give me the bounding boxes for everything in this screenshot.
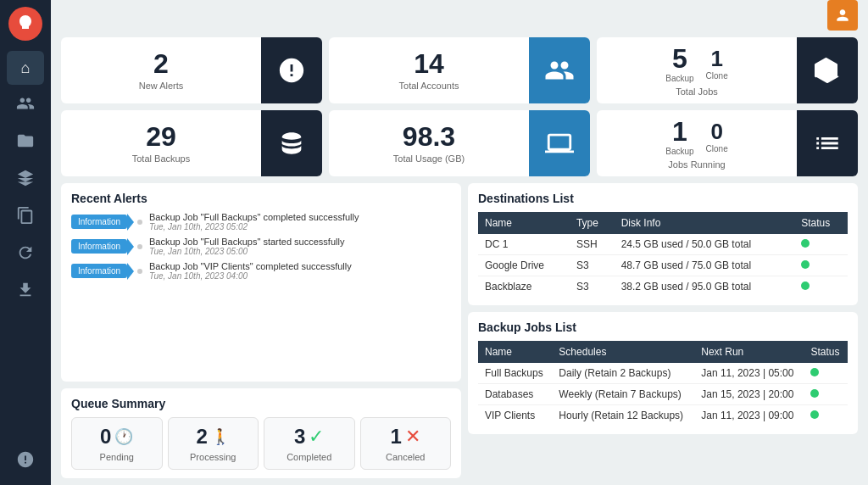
- stats-row-1: 2 New Alerts 14 Total Accounts: [61, 37, 858, 103]
- alert-badge-0: Information: [71, 215, 127, 229]
- total-jobs-clone-col: 1 Clone: [701, 47, 733, 81]
- total-usage-icon: [529, 110, 590, 176]
- sidebar-item-files[interactable]: [7, 125, 44, 159]
- total-jobs-icon: [797, 37, 858, 103]
- jobs-col-status: Status: [804, 341, 848, 363]
- dest-status-0: [794, 234, 848, 255]
- destinations-header-row: Name Type Disk Info Status: [478, 212, 848, 234]
- copy-icon: [16, 206, 35, 229]
- queue-canceled: 1 ✕ Canceled: [360, 417, 452, 470]
- alert-text-0: Backup Job "Full Backups" completed succ…: [149, 212, 359, 222]
- queue-pending-label: Pending: [100, 452, 134, 462]
- jobs-col-nextrun: Next Run: [694, 341, 804, 363]
- download-icon: [16, 281, 35, 304]
- job-schedule-2: Hourly (Retain 12 Backups): [552, 405, 694, 426]
- sidebar-item-refresh[interactable]: [7, 237, 44, 271]
- home-icon: ⌂: [21, 59, 31, 77]
- recent-alerts-title: Recent Alerts: [71, 192, 451, 205]
- queue-pending-number: 0: [100, 425, 111, 449]
- destinations-col-name: Name: [478, 212, 570, 234]
- queue-canceled-number: 1: [391, 425, 402, 449]
- dest-name-2: Backblaze: [478, 276, 570, 298]
- alert-time-1: Tue, Jan 10th, 2023 05:00: [149, 247, 344, 256]
- alert-dot-0: [137, 220, 142, 225]
- jobs-running-backup-col: 1 Backup: [660, 118, 698, 156]
- queue-processing: 2 🚶 Processing: [168, 417, 259, 470]
- job-nextrun-1: Jan 15, 2023 | 20:00: [694, 384, 804, 405]
- total-accounts-text: 14 Total Accounts: [329, 43, 529, 98]
- backup-jobs-row-1: Databases Weekly (Retain 7 Backups) Jan …: [478, 384, 848, 405]
- alert-content-1: Backup Job "Full Backups" started succes…: [149, 237, 344, 256]
- total-usage-label: Total Usage (GB): [393, 153, 465, 164]
- dest-type-2: S3: [570, 276, 615, 298]
- total-backups-icon: [261, 110, 322, 176]
- sidebar-item-home[interactable]: ⌂: [7, 51, 44, 85]
- job-status-0: [804, 363, 848, 384]
- sidebar-item-users[interactable]: [7, 88, 44, 122]
- backup-jobs-title: Backup Jobs List: [478, 321, 848, 334]
- sidebar: ⌂: [0, 0, 51, 485]
- backup-jobs-table: Name Schedules Next Run Status Full Back…: [478, 341, 848, 426]
- total-usage-card: 98.3 Total Usage (GB): [329, 110, 590, 176]
- total-accounts-icon: [529, 37, 590, 103]
- queue-pending: 0 🕐 Pending: [71, 417, 163, 470]
- job-status-1: [804, 384, 848, 405]
- jobs-col-schedules: Schedules: [552, 341, 694, 363]
- destinations-row-1: Google Drive S3 48.7 GB used / 75.0 GB t…: [478, 255, 848, 276]
- alert-text-2: Backup Job "VIP Clients" completed succe…: [149, 261, 352, 271]
- alert-item-2: Information Backup Job "VIP Clients" com…: [71, 261, 451, 281]
- dest-type-0: SSH: [570, 234, 615, 255]
- total-jobs-clone-label: Clone: [706, 71, 728, 81]
- dest-name-1: Google Drive: [478, 255, 570, 276]
- status-dot-0: [801, 239, 810, 248]
- dest-name-0: DC 1: [478, 234, 570, 255]
- job-schedule-0: Daily (Retain 2 Backups): [552, 363, 694, 384]
- dest-status-2: [794, 276, 848, 298]
- queue-summary-card: Queue Summary 0 🕐 Pending 2: [61, 388, 461, 478]
- queue-completed-label: Completed: [287, 452, 331, 462]
- backup-jobs-header-row: Name Schedules Next Run Status: [478, 341, 848, 363]
- sidebar-item-copy[interactable]: [7, 200, 44, 234]
- alert-item-1: Information Backup Job "Full Backups" st…: [71, 237, 451, 256]
- alert-content-2: Backup Job "VIP Clients" completed succe…: [149, 261, 352, 281]
- backup-jobs-card: Backup Jobs List Name Schedules Next Run…: [468, 312, 858, 434]
- total-backups-label: Total Backups: [132, 153, 190, 164]
- queue-completed: 3 ✓ Completed: [264, 417, 355, 470]
- job-status-dot-0: [810, 368, 819, 376]
- queue-processing-label: Processing: [190, 452, 236, 462]
- sidebar-item-boxes[interactable]: [7, 163, 44, 197]
- queue-summary-title: Queue Summary: [71, 397, 451, 410]
- total-accounts-label: Total Accounts: [399, 81, 459, 91]
- x-icon: ✕: [405, 426, 420, 448]
- total-jobs-label: Total Jobs: [676, 86, 718, 97]
- total-accounts-card: 14 Total Accounts: [329, 37, 590, 103]
- total-jobs-backup-number: 5: [672, 45, 687, 72]
- alert-badge-1: Information: [71, 239, 127, 254]
- sidebar-item-download[interactable]: [7, 275, 44, 309]
- alert-time-0: Tue, Jan 10th, 2023 05:02: [149, 222, 359, 231]
- right-panel: Destinations List Name Type Disk Info St…: [468, 183, 858, 478]
- folder-icon: [16, 131, 35, 154]
- backup-jobs-row-2: VIP Clients Hourly (Retain 12 Backups) J…: [478, 405, 848, 426]
- alert-time-2: Tue, Jan 10th, 2023 04:00: [149, 271, 352, 281]
- destinations-card: Destinations List Name Type Disk Info St…: [468, 183, 858, 305]
- sidebar-logo[interactable]: [8, 7, 42, 41]
- jobs-running-text: 1 Backup 0 Clone Jobs Running: [597, 111, 797, 176]
- queue-processing-number: 2: [197, 425, 208, 449]
- sidebar-item-alerts[interactable]: [7, 444, 44, 478]
- stats-row-2: 29 Total Backups 98.3 Total Usage (GB): [61, 110, 858, 176]
- job-name-0: Full Backups: [478, 363, 552, 384]
- running-icon: 🚶: [211, 427, 230, 446]
- job-status-dot-2: [810, 410, 819, 419]
- backup-jobs-row-0: Full Backups Daily (Retain 2 Backups) Ja…: [478, 363, 848, 384]
- queue-completed-top: 3 ✓: [294, 425, 324, 449]
- destinations-row-2: Backblaze S3 38.2 GB used / 95.0 GB tota…: [478, 276, 848, 298]
- user-avatar[interactable]: [827, 0, 858, 31]
- job-nextrun-2: Jan 11, 2023 | 09:00: [694, 405, 804, 426]
- dest-status-1: [794, 255, 848, 276]
- new-alerts-icon: [261, 37, 322, 103]
- destinations-title: Destinations List: [478, 192, 848, 205]
- destinations-table: Name Type Disk Info Status DC 1 SSH 24.5…: [478, 212, 848, 297]
- job-schedule-1: Weekly (Retain 7 Backups): [552, 384, 694, 405]
- new-alerts-text: 2 New Alerts: [61, 43, 261, 98]
